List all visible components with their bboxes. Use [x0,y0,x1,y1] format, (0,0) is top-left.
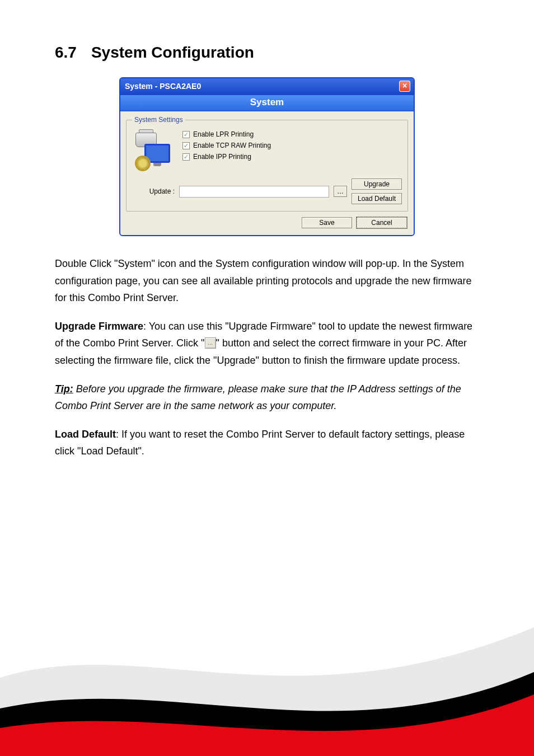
system-settings-fieldset: System Settings ✓ Enable LP [126,116,408,212]
paragraph-load-default: Load Default: If you want to reset the C… [55,426,479,460]
window-title: System - PSCA2AE0 [125,82,201,91]
window-client-area: System Settings ✓ Enable LP [120,111,414,235]
close-button[interactable]: × [399,81,410,92]
printer-monitor-icon [132,130,172,171]
upgrade-firmware-lead: Upgrade Firmware [55,321,143,332]
section-heading: 6.7System Configuration [55,44,479,62]
system-config-window: System - PSCA2AE0 × System System Settin… [119,77,415,236]
footer-decoration [0,611,534,756]
firmware-path-input[interactable] [179,186,329,198]
browse-button[interactable]: … [334,186,347,197]
close-icon: × [402,81,407,90]
section-title-text: System Configuration [91,44,254,61]
checkbox-enable-ipp[interactable]: ✓ Enable IPP Printing [182,153,271,161]
upgrade-button[interactable]: Upgrade [352,179,402,190]
cancel-button[interactable]: Cancel [357,217,407,228]
load-default-lead: Load Default [55,429,116,440]
checkbox-icon: ✓ [182,142,190,149]
tip-text: Before you upgrade the firmware, please … [55,383,461,412]
load-default-text: : If you want to reset the Combo Print S… [55,429,465,457]
paragraph-upgrade-firmware: Upgrade Firmware: You can use this "Upgr… [55,318,479,369]
window-titlebar: System - PSCA2AE0 × [120,78,414,95]
save-button[interactable]: Save [302,217,352,228]
window-banner: System [120,95,414,111]
checkbox-label: Enable TCP RAW Printing [193,142,271,149]
checkbox-icon: ✓ [182,131,190,138]
fieldset-legend: System Settings [132,116,185,124]
inline-browse-icon [205,337,216,349]
checkbox-label: Enable LPR Printing [193,130,254,138]
section-number: 6.7 [55,44,77,62]
checkbox-enable-lpr[interactable]: ✓ Enable LPR Printing [182,130,271,138]
paragraph-tip: Tip: Before you upgrade the firmware, pl… [55,381,479,415]
load-default-button[interactable]: Load Default [352,193,402,204]
checkbox-icon: ✓ [182,153,190,161]
tip-label: Tip: [55,383,73,395]
checkbox-label: Enable IPP Printing [193,153,251,161]
update-label: Update : [132,187,175,195]
paragraph-intro: Double Click "System" icon and the Syste… [55,255,479,307]
ellipsis-icon: … [337,187,344,195]
checkbox-enable-tcp-raw[interactable]: ✓ Enable TCP RAW Printing [182,142,271,149]
